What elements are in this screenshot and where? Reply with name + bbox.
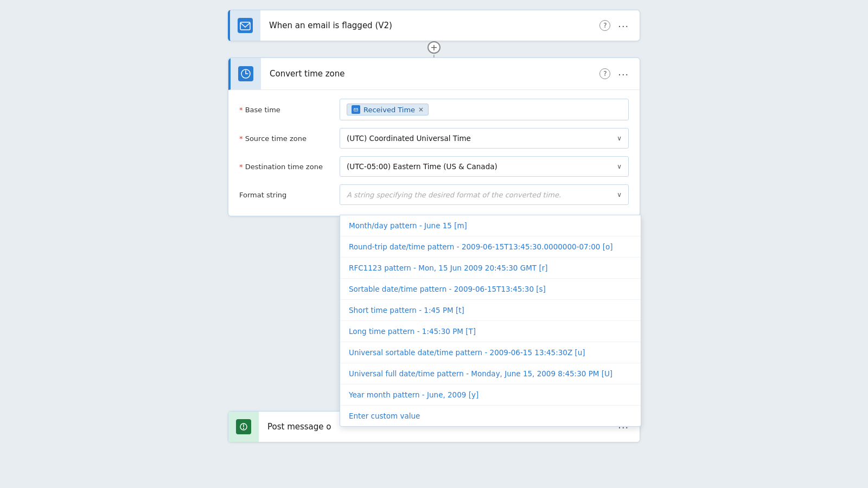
dropdown-item-2[interactable]: RFC1123 pattern - Mon, 15 Jun 2009 20:45…	[340, 258, 641, 279]
convert-title: Convert time zone	[261, 69, 599, 79]
dest-tz-chevron-icon: ∨	[617, 163, 622, 170]
token-icon	[352, 105, 360, 114]
dest-tz-dropdown[interactable]: (UTC-05:00) Eastern Time (US & Canada) ∨	[340, 156, 629, 177]
source-tz-value: (UTC) Coordinated Universal Time	[347, 134, 471, 143]
dropdown-item-5[interactable]: Long time pattern - 1:45:30 PM [T]	[340, 321, 641, 342]
source-tz-row: * Source time zone (UTC) Coordinated Uni…	[239, 128, 629, 149]
dest-tz-value: (UTC-05:00) Eastern Time (US & Canada)	[347, 162, 497, 171]
dropdown-item-6[interactable]: Universal sortable date/time pattern - 2…	[340, 342, 641, 363]
base-time-required: *	[239, 106, 243, 114]
token-label: Received Time	[363, 106, 415, 114]
convert-body: * Base time Received Time ×	[228, 90, 640, 216]
received-time-token: Received Time ×	[347, 104, 429, 115]
trigger-card: When an email is flagged (V2) ? ···	[228, 10, 640, 41]
format-dropdown-list: Month/day pattern - June 15 [m] Round-tr…	[340, 215, 641, 427]
convert-icon-area	[231, 58, 261, 89]
add-step-button[interactable]: +	[427, 41, 441, 54]
source-tz-required: *	[239, 134, 243, 143]
source-tz-label: * Source time zone	[239, 134, 340, 143]
convert-card-header: Convert time zone ? ···	[228, 58, 640, 90]
base-time-row: * Base time Received Time ×	[239, 99, 629, 120]
source-tz-dropdown[interactable]: (UTC) Coordinated Universal Time ∨	[340, 128, 629, 149]
base-time-input[interactable]: Received Time ×	[340, 99, 629, 120]
dropdown-item-8[interactable]: Year month pattern - June, 2009 [y]	[340, 384, 641, 406]
source-tz-chevron-icon: ∨	[617, 134, 622, 142]
post-icon-area	[228, 412, 259, 442]
base-time-label: * Base time	[239, 106, 340, 114]
dropdown-item-4[interactable]: Short time pattern - 1:45 PM [t]	[340, 300, 641, 321]
format-string-chevron-icon: ∨	[617, 191, 622, 198]
trigger-info-button[interactable]: ?	[599, 20, 610, 31]
dest-tz-row: * Destination time zone (UTC-05:00) East…	[239, 156, 629, 177]
dropdown-item-custom[interactable]: Enter custom value	[340, 406, 641, 426]
trigger-icon-area	[230, 10, 260, 41]
trigger-ellipsis-button[interactable]: ···	[615, 17, 632, 34]
canvas: When an email is flagged (V2) ? ··· + ↓	[0, 0, 868, 488]
dropdown-item-3[interactable]: Sortable date/time pattern - 2009-06-15T…	[340, 279, 641, 300]
convert-icon	[237, 65, 254, 82]
trigger-actions: ? ···	[599, 17, 640, 34]
convert-ellipsis-button[interactable]: ···	[615, 66, 632, 82]
trigger-title: When an email is flagged (V2)	[260, 21, 599, 30]
convert-card: Convert time zone ? ··· * Base time	[228, 57, 640, 216]
dropdown-item-0[interactable]: Month/day pattern - June 15 [m]	[340, 215, 641, 236]
dest-tz-required: *	[239, 163, 243, 171]
trigger-icon	[237, 17, 254, 34]
dest-tz-label: * Destination time zone	[239, 163, 340, 171]
convert-actions: ? ···	[599, 66, 640, 82]
format-string-row: Format string A string specifying the de…	[239, 184, 629, 205]
svg-rect-0	[238, 18, 253, 33]
format-string-label: Format string	[239, 191, 340, 199]
token-close-button[interactable]: ×	[418, 106, 424, 113]
dropdown-item-7[interactable]: Universal full date/time pattern - Monda…	[340, 363, 641, 384]
format-string-input[interactable]: A string specifying the desired format o…	[340, 184, 629, 205]
connector-1: + ↓	[427, 41, 441, 57]
dropdown-item-1[interactable]: Round-trip date/time pattern - 2009-06-1…	[340, 236, 641, 258]
convert-info-button[interactable]: ?	[599, 68, 610, 79]
format-string-placeholder: A string specifying the desired format o…	[347, 191, 561, 199]
post-icon	[235, 418, 252, 435]
